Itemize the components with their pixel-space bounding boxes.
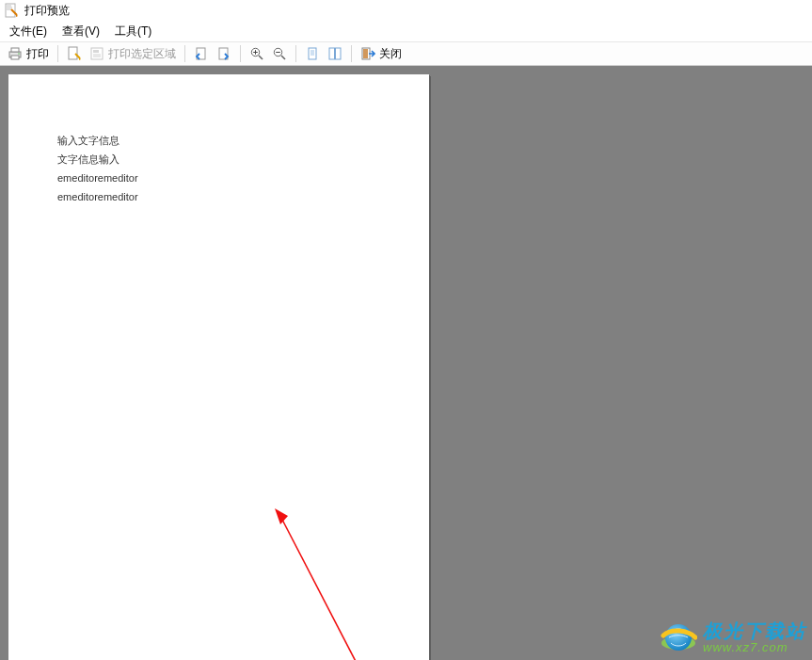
close-label: 关闭: [379, 46, 402, 62]
single-page-button[interactable]: [301, 43, 324, 64]
svg-rect-21: [336, 48, 342, 59]
doc-line: emeditoremeditor: [57, 187, 138, 206]
page-pencil-icon: [67, 46, 82, 61]
next-page-button[interactable]: [213, 43, 235, 64]
selection-icon: [89, 46, 104, 61]
page-prev-icon: [194, 46, 209, 61]
doc-line: 输入文字信息: [57, 131, 138, 150]
doc-line: emeditoremeditor: [57, 169, 138, 187]
prev-page-button[interactable]: [190, 43, 213, 64]
svg-rect-8: [91, 48, 103, 59]
zoom-in-icon: [249, 46, 264, 61]
page-content: 输入文字信息 文字信息输入 emeditoremeditor emeditore…: [57, 131, 138, 206]
app-icon: [4, 3, 19, 18]
printer-icon: [8, 46, 23, 61]
svg-line-24: [281, 518, 361, 660]
print-label: 打印: [26, 46, 49, 62]
zoom-in-button[interactable]: [246, 43, 268, 64]
title-bar: 打印预览: [0, 0, 812, 21]
menu-bar: 文件(E) 查看(V) 工具(T): [0, 21, 812, 41]
svg-rect-19: [309, 48, 316, 59]
menu-file[interactable]: 文件(E): [2, 22, 55, 41]
print-selection-button[interactable]: 打印选定区域: [86, 43, 180, 64]
svg-marker-25: [275, 508, 288, 524]
separator: [240, 45, 241, 62]
zoom-out-button[interactable]: [268, 43, 291, 64]
svg-line-17: [281, 56, 285, 59]
svg-rect-3: [11, 48, 19, 52]
separator: [57, 45, 58, 62]
annotation-arrow-icon: [272, 507, 385, 660]
preview-page: 输入文字信息 文字信息输入 emeditoremeditor emeditore…: [8, 74, 429, 660]
svg-rect-9: [93, 50, 99, 53]
separator: [351, 45, 352, 62]
menu-tools[interactable]: 工具(T): [107, 22, 159, 41]
separator: [184, 45, 185, 62]
page-setup-button[interactable]: [63, 43, 86, 64]
print-button[interactable]: 打印: [4, 43, 53, 64]
close-button[interactable]: 关闭: [357, 43, 406, 64]
page-next-icon: [216, 46, 231, 61]
svg-line-13: [259, 56, 263, 59]
multi-page-icon: [327, 46, 342, 61]
separator: [295, 45, 296, 62]
window-title: 打印预览: [24, 3, 70, 19]
toolbar: 打印 打印选定区域: [0, 41, 812, 66]
preview-workspace: 输入文字信息 文字信息输入 emeditoremeditor emeditore…: [0, 66, 812, 660]
zoom-out-icon: [272, 46, 287, 61]
single-page-icon: [305, 46, 320, 61]
svg-rect-23: [363, 49, 368, 58]
svg-point-5: [18, 53, 20, 55]
print-selection-label: 打印选定区域: [108, 46, 176, 62]
doc-line: 文字信息输入: [57, 150, 138, 169]
svg-rect-4: [11, 56, 19, 59]
menu-view[interactable]: 查看(V): [55, 22, 107, 41]
svg-rect-20: [329, 48, 335, 59]
multi-page-button[interactable]: [324, 43, 346, 64]
door-close-icon: [360, 46, 375, 61]
